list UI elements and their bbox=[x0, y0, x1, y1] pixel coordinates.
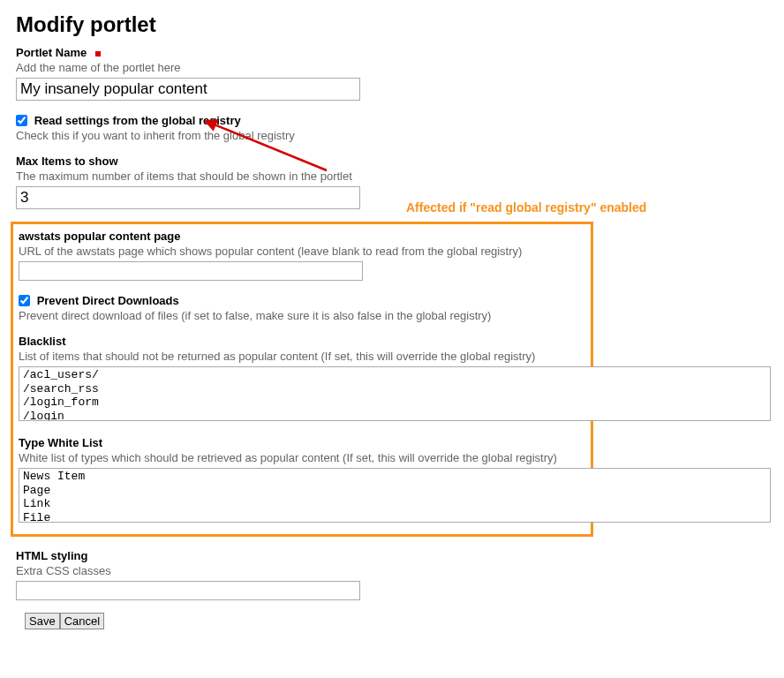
page-title: Modify portlet bbox=[16, 12, 768, 37]
read-global-checkbox[interactable] bbox=[16, 115, 27, 126]
field-awstats-page: awstats popular content page URL of the … bbox=[19, 230, 585, 281]
html-styling-input[interactable] bbox=[16, 581, 360, 600]
html-styling-help: Extra CSS classes bbox=[16, 564, 768, 577]
field-blacklist: Blacklist List of items that should not … bbox=[19, 335, 585, 424]
field-portlet-name: Portlet Name Add the name of the portlet… bbox=[16, 46, 768, 101]
field-read-global: Read settings from the global registry C… bbox=[16, 113, 768, 142]
field-whitelist: Type White List White list of types whic… bbox=[19, 436, 585, 525]
max-items-label: Max Items to show bbox=[16, 154, 118, 168]
save-button[interactable]: Save bbox=[25, 613, 60, 629]
field-html-styling: HTML styling Extra CSS classes bbox=[16, 549, 768, 600]
field-max-items: Max Items to show The maximum number of … bbox=[16, 154, 768, 209]
max-items-input[interactable] bbox=[16, 186, 360, 209]
required-indicator-icon bbox=[95, 51, 101, 56]
max-items-help: The maximum number of items that should … bbox=[16, 170, 768, 183]
whitelist-textarea[interactable] bbox=[19, 468, 771, 523]
awstats-page-label: awstats popular content page bbox=[19, 230, 180, 243]
annotation-caption: Affected if "read global registry" enabl… bbox=[406, 200, 646, 215]
prevent-direct-label: Prevent Direct Downloads bbox=[37, 294, 179, 307]
portlet-name-label: Portlet Name bbox=[16, 46, 87, 59]
html-styling-label: HTML styling bbox=[16, 549, 87, 562]
read-global-label: Read settings from the global registry bbox=[34, 114, 241, 127]
field-prevent-direct: Prevent Direct Downloads Prevent direct … bbox=[19, 293, 585, 322]
awstats-page-input[interactable] bbox=[19, 261, 363, 281]
form-actions: SaveCancel bbox=[25, 613, 768, 629]
portlet-name-help: Add the name of the portlet here bbox=[16, 61, 768, 74]
portlet-name-input[interactable] bbox=[16, 78, 360, 101]
awstats-page-help: URL of the awstats page which shows popu… bbox=[19, 245, 585, 258]
blacklist-textarea[interactable] bbox=[19, 366, 771, 421]
prevent-direct-help: Prevent direct download of files (if set… bbox=[19, 309, 585, 322]
affected-fields-group: awstats popular content page URL of the … bbox=[11, 222, 593, 537]
whitelist-label: Type White List bbox=[19, 436, 102, 449]
blacklist-label: Blacklist bbox=[19, 335, 65, 348]
read-global-help: Check this if you want to inherit from t… bbox=[16, 129, 768, 142]
cancel-button[interactable]: Cancel bbox=[60, 613, 104, 629]
whitelist-help: White list of types which should be retr… bbox=[19, 451, 585, 464]
blacklist-help: List of items that should not be returne… bbox=[19, 350, 585, 363]
prevent-direct-checkbox[interactable] bbox=[19, 295, 30, 306]
